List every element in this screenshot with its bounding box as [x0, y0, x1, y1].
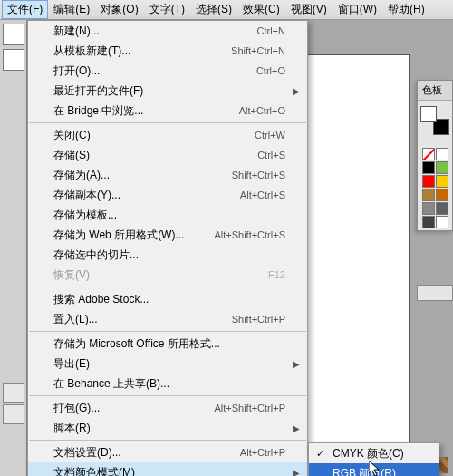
swatch-cell[interactable] — [422, 202, 435, 215]
menu-item[interactable]: 存储为(A)...Shift+Ctrl+S — [28, 165, 307, 185]
swatch-cell[interactable] — [422, 161, 435, 174]
swatch-cell[interactable] — [422, 175, 435, 188]
menu-item[interactable]: 从模板新建(T)...Shift+Ctrl+N — [28, 41, 307, 61]
menu-item[interactable]: 文档设置(D)...Alt+Ctrl+P — [28, 442, 307, 462]
menu-file[interactable]: 文件(F) — [2, 0, 48, 19]
menu-item-label: 存储选中的切片... — [53, 248, 285, 263]
menu-item-label: 存储为 Web 所用格式(W)... — [53, 228, 214, 243]
menu-shortcut: F12 — [268, 269, 285, 280]
menu-shortcut: Alt+Shift+Ctrl+P — [214, 403, 285, 413]
chevron-right-icon: ▶ — [293, 468, 300, 477]
menu-item-label: 打开(O)... — [53, 63, 256, 79]
swatch-cell[interactable] — [436, 148, 448, 160]
menu-help[interactable]: 帮助(H) — [382, 0, 430, 19]
chevron-right-icon: ▶ — [293, 359, 300, 369]
menu-item-label: 打包(G)... — [53, 401, 214, 416]
menu-item[interactable]: 置入(L)...Shift+Ctrl+P — [28, 309, 307, 329]
panel-title: 色板 — [418, 81, 452, 101]
menu-window[interactable]: 窗口(W) — [333, 0, 382, 19]
swatch-grid — [418, 146, 452, 230]
menu-item-label: 存储副本(Y)... — [53, 188, 240, 203]
menubar: 文件(F) 编辑(E) 对象(O) 文字(T) 选择(S) 效果(C) 视图(V… — [0, 0, 453, 20]
tool-slot[interactable] — [3, 383, 24, 403]
menu-shortcut: Shift+Ctrl+N — [231, 45, 285, 56]
swatch-cell[interactable] — [436, 161, 448, 174]
menu-item[interactable]: 在 Bridge 中浏览...Alt+Ctrl+O — [28, 101, 307, 121]
menu-item[interactable]: 脚本(R)▶ — [28, 418, 307, 438]
swatch-cell[interactable] — [422, 189, 435, 201]
collapsed-panel[interactable] — [417, 285, 453, 301]
submenu-item-rgb[interactable]: RGB 颜色(R) — [309, 463, 439, 476]
left-toolbar-lower — [0, 381, 27, 426]
tool-slot[interactable] — [3, 49, 24, 71]
menu-item[interactable]: 存储选中的切片... — [28, 245, 307, 265]
swatch-cell[interactable] — [422, 216, 435, 228]
swatch-cell[interactable] — [436, 216, 448, 228]
menu-item-label: 文档颜色模式(M) — [53, 465, 285, 477]
fg-bg-colors[interactable] — [420, 106, 449, 135]
chevron-right-icon: ▶ — [293, 423, 300, 433]
tool-slot[interactable] — [3, 24, 24, 45]
menu-item-label: 存储(S) — [53, 148, 257, 163]
menu-item[interactable]: 最近打开的文件(F)▶ — [28, 81, 307, 101]
menu-item-label: 存储为(A)... — [53, 168, 232, 183]
menu-shortcut: Shift+Ctrl+S — [232, 170, 285, 180]
menu-item[interactable]: 存储副本(Y)...Alt+Ctrl+S — [28, 185, 307, 205]
menu-type[interactable]: 文字(T) — [144, 0, 190, 19]
menu-shortcut: Alt+Ctrl+O — [239, 105, 285, 116]
swatch-cell[interactable] — [436, 189, 448, 201]
menu-item-label: 在 Behance 上共享(B)... — [53, 376, 285, 392]
menu-item-label: 导出(E) — [53, 356, 285, 372]
file-menu-dropdown: 新建(N)...Ctrl+N从模板新建(T)...Shift+Ctrl+N打开(… — [27, 20, 308, 476]
menu-separator — [29, 440, 306, 441]
menu-item-label: 关闭(C) — [53, 128, 255, 143]
menu-shortcut: Shift+Ctrl+P — [232, 314, 285, 325]
swatches-panel: 色板 — [417, 80, 453, 231]
menu-item[interactable]: 新建(N)...Ctrl+N — [28, 21, 307, 41]
menu-item-label: 脚本(R) — [53, 421, 285, 436]
menu-item[interactable]: 打包(G)...Alt+Shift+Ctrl+P — [28, 398, 307, 418]
submenu-label: CMYK 颜色(C) — [333, 446, 404, 461]
menu-shortcut: Alt+Ctrl+P — [240, 447, 285, 458]
menu-item[interactable]: 在 Behance 上共享(B)... — [28, 374, 307, 393]
foreground-swatch[interactable] — [420, 106, 437, 122]
submenu-label: RGB 颜色(R) — [333, 466, 396, 477]
menu-item[interactable]: 存储为 Microsoft Office 所用格式... — [28, 334, 307, 354]
swatch-cell[interactable] — [436, 202, 448, 215]
menu-object[interactable]: 对象(O) — [95, 0, 143, 19]
menu-item[interactable]: 存储(S)Ctrl+S — [28, 145, 307, 165]
menu-select[interactable]: 选择(S) — [190, 0, 237, 19]
menu-item-label: 在 Bridge 中浏览... — [53, 103, 239, 119]
menu-item: 恢复(V)F12 — [28, 265, 307, 285]
check-icon: ✓ — [316, 448, 324, 460]
menu-item[interactable]: 文档颜色模式(M)▶ — [28, 462, 307, 476]
menu-shortcut: Ctrl+W — [255, 130, 285, 141]
menu-shortcut: Ctrl+O — [256, 65, 285, 76]
menu-item-label: 搜索 Adobe Stock... — [53, 292, 285, 307]
tool-slot[interactable] — [3, 404, 24, 424]
menu-item[interactable]: 关闭(C)Ctrl+W — [28, 125, 307, 145]
menu-shortcut: Alt+Ctrl+S — [240, 189, 285, 200]
menu-item[interactable]: 存储为模板... — [28, 205, 307, 225]
menu-item[interactable]: 打开(O)...Ctrl+O — [28, 61, 307, 81]
menu-view[interactable]: 视图(V) — [285, 0, 333, 19]
menu-item-label: 存储为 Microsoft Office 所用格式... — [53, 336, 285, 352]
menu-item-label: 从模板新建(T)... — [53, 44, 231, 59]
menu-item[interactable]: 存储为 Web 所用格式(W)...Alt+Shift+Ctrl+S — [28, 225, 307, 245]
menu-item-label: 最近打开的文件(F) — [53, 83, 285, 99]
menu-separator — [29, 287, 306, 287]
menu-shortcut: Ctrl+N — [257, 25, 285, 36]
swatch-cell[interactable] — [422, 148, 435, 160]
menu-item-label: 文档设置(D)... — [53, 445, 240, 461]
menu-effect[interactable]: 效果(C) — [237, 0, 285, 19]
menu-item[interactable]: 导出(E)▶ — [28, 354, 307, 374]
menu-shortcut: Alt+Shift+Ctrl+S — [214, 229, 285, 240]
swatch-cell[interactable] — [436, 175, 448, 188]
color-mode-submenu: ✓ CMYK 颜色(C) RGB 颜色(R) — [308, 442, 439, 476]
menu-item-label: 存储为模板... — [53, 208, 285, 223]
menu-item-label: 恢复(V) — [53, 267, 268, 283]
menu-item[interactable]: 搜索 Adobe Stock... — [28, 289, 307, 309]
submenu-item-cmyk[interactable]: ✓ CMYK 颜色(C) — [309, 443, 439, 463]
menu-edit[interactable]: 编辑(E) — [48, 0, 95, 19]
menu-shortcut: Ctrl+S — [257, 150, 285, 160]
